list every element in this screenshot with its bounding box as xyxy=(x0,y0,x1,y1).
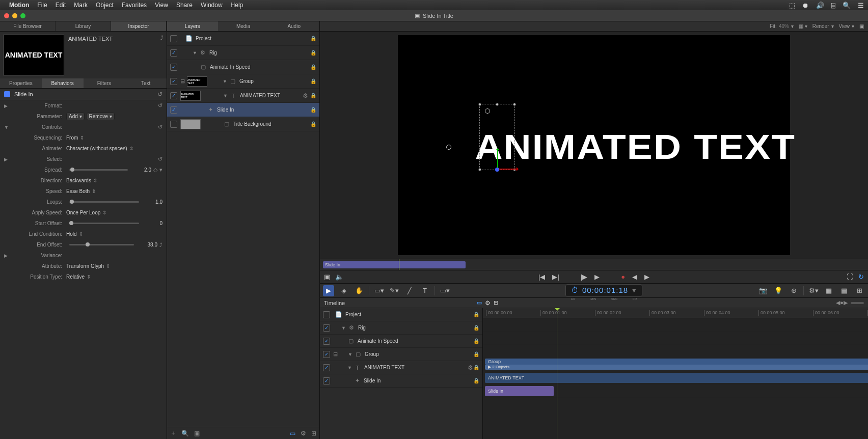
track-enable-checkbox[interactable] xyxy=(323,364,330,371)
loops-slider[interactable] xyxy=(69,201,139,203)
end-offset-slider[interactable] xyxy=(69,244,134,245)
end-offset-value[interactable]: 38.0 xyxy=(137,242,157,248)
disclosure-icon[interactable]: ▼ xyxy=(193,50,197,56)
layer-enable-checkbox[interactable] xyxy=(170,64,177,71)
library-icon[interactable]: ▦ xyxy=(823,285,834,296)
lock-icon[interactable]: 🔒 xyxy=(473,351,479,357)
gear-icon[interactable]: ⚙ xyxy=(301,430,306,437)
close-button[interactable] xyxy=(4,13,9,18)
disclosure-icon[interactable]: ▼ xyxy=(341,325,346,331)
edit-points-tool-icon[interactable]: ◈ xyxy=(338,285,349,296)
lock-icon[interactable]: 🔒 xyxy=(310,50,316,56)
canvas-text[interactable]: ANIMATED TEXT xyxy=(475,127,796,167)
filmstrip-icon[interactable]: ⊞ xyxy=(311,430,316,437)
gear-icon[interactable]: ⚙ xyxy=(468,364,473,371)
tab-library[interactable]: Library xyxy=(56,21,111,31)
disclosure-icon[interactable]: ▼ xyxy=(348,352,352,357)
mini-playhead[interactable] xyxy=(399,259,399,270)
lock-icon[interactable]: 🔒 xyxy=(473,325,479,331)
status-volume-icon[interactable]: 🔊 xyxy=(816,2,824,9)
attribute-value[interactable]: Transform Glyph xyxy=(66,263,104,269)
disclosure-icon[interactable]: ▶ xyxy=(4,253,10,258)
status-dropbox-icon[interactable]: ⬚ xyxy=(789,2,795,9)
layer-name[interactable]: ANIMATED TEXT xyxy=(240,93,303,98)
select-tool-icon[interactable]: ▶ xyxy=(323,285,334,296)
track-enable-checkbox[interactable] xyxy=(323,338,330,345)
track-header-row[interactable]: ▼ T ANIMATED TEXT ⚙ 🔒 xyxy=(320,361,482,374)
remove-parameter-dropdown[interactable]: Remove ▾ xyxy=(87,113,115,120)
menu-favorites[interactable]: Favorites xyxy=(122,2,147,9)
gear-icon[interactable]: ⚙ xyxy=(303,92,308,99)
x-axis-icon[interactable] xyxy=(497,169,518,170)
menu-object[interactable]: Object xyxy=(96,2,114,9)
clip-animated-text[interactable]: ANIMATED TEXT xyxy=(485,373,868,383)
view-menu[interactable]: View ▾ xyxy=(839,23,855,29)
lock-icon[interactable]: 🔒 xyxy=(473,312,479,317)
status-wifi-icon[interactable]: ⌸ xyxy=(831,2,835,9)
record-icon[interactable]: ● xyxy=(621,273,625,281)
view-mode-icon[interactable]: ▭ xyxy=(290,430,295,437)
disclosure-icon[interactable]: ▼ xyxy=(347,365,352,370)
play-icon[interactable]: ▶ xyxy=(594,273,600,281)
animate-value[interactable]: Character (without spaces) xyxy=(66,146,127,151)
prev-frame-icon[interactable]: ▶| xyxy=(552,273,559,281)
search-icon[interactable]: 🔍 xyxy=(181,430,189,437)
clip-group[interactable]: Group xyxy=(485,359,868,365)
mask-tool-icon[interactable]: ▭▾ xyxy=(439,285,450,296)
lock-icon[interactable]: 🔒 xyxy=(310,36,316,41)
lock-icon[interactable]: 🔒 xyxy=(310,64,316,70)
tab-behaviors[interactable]: Behaviors xyxy=(42,78,84,88)
mini-timeline[interactable]: Slide In xyxy=(320,259,868,270)
status-menu-icon[interactable]: ☰ xyxy=(858,2,864,9)
loops-value[interactable]: 1.0 xyxy=(142,199,162,205)
lock-icon[interactable]: 🔒 xyxy=(310,121,316,127)
disclosure-icon[interactable]: ▶ xyxy=(4,103,10,108)
bezier-tool-icon[interactable]: ✎▾ xyxy=(389,285,400,296)
layer-row[interactable]: 📄 Project 🔒 xyxy=(167,32,319,46)
track-header-row[interactable]: ▢ Animate In Speed 🔒 xyxy=(320,335,482,348)
start-offset-value[interactable]: 0 xyxy=(142,221,162,226)
add-generator-icon[interactable]: ⊕ xyxy=(788,285,799,296)
disclosure-icon[interactable]: ▼ xyxy=(223,79,227,84)
reset-icon[interactable]: ↺ xyxy=(158,156,162,162)
track-enable-checkbox[interactable] xyxy=(323,311,330,318)
timecode-display[interactable]: ⏱00:00:01:18▾ HRMINSECFR xyxy=(565,284,642,297)
layer-name[interactable]: Slide In xyxy=(217,107,308,113)
lock-icon[interactable]: 🔒 xyxy=(473,338,479,344)
z-axis-icon[interactable] xyxy=(495,168,499,172)
disclosure-icon[interactable]: ▼ xyxy=(4,125,10,130)
layer-row[interactable]: ▢ Title Background 🔒 xyxy=(167,117,319,131)
track-name[interactable]: Animate In Speed xyxy=(358,338,473,344)
clip-group-sub[interactable]: ▶ 2 Objects xyxy=(485,365,868,370)
layer-enable-checkbox[interactable] xyxy=(170,35,177,42)
position-type-value[interactable]: Relative xyxy=(66,274,85,280)
text-tool-icon[interactable]: T xyxy=(419,285,430,296)
layer-name[interactable]: Rig xyxy=(209,50,308,56)
track-header-row[interactable]: ▼ ⚙ Rig 🔒 xyxy=(320,321,482,335)
lock-icon[interactable]: 🔒 xyxy=(473,365,479,370)
line-tool-icon[interactable]: ╱ xyxy=(404,285,415,296)
track-header-row[interactable]: ⊟ ▼ ▢ Group 🔒 xyxy=(320,348,482,361)
layer-name[interactable]: Title Background xyxy=(233,121,308,127)
track-enable-checkbox[interactable] xyxy=(323,324,330,332)
layer-row[interactable]: ANIMATED TEXT ▼ T ANIMATED TEXT ⚙ 🔒 xyxy=(167,89,319,103)
publish-icon[interactable]: ⤴ xyxy=(160,35,164,41)
layer-enable-checkbox[interactable] xyxy=(170,78,177,85)
end-condition-value[interactable]: Hold xyxy=(66,231,77,237)
track-name[interactable]: Group xyxy=(365,351,473,357)
layer-enable-checkbox[interactable] xyxy=(170,49,177,57)
track-header-row[interactable]: 📄 Project 🔒 xyxy=(320,308,482,321)
reset-icon[interactable]: ↺ xyxy=(158,102,162,109)
light-icon[interactable]: 💡 xyxy=(773,285,784,296)
disclosure-icon[interactable]: ▶ xyxy=(4,157,10,162)
lock-icon[interactable]: 🔒 xyxy=(310,93,316,98)
status-screen-icon[interactable]: ⏺ xyxy=(802,2,809,9)
track-name[interactable]: ANIMATED TEXT xyxy=(364,365,468,370)
rotation-handle[interactable] xyxy=(485,108,490,114)
audio-toggle-icon[interactable]: 🔈 xyxy=(335,273,343,281)
render-menu[interactable]: Render ▾ xyxy=(812,23,834,29)
track-name[interactable]: Rig xyxy=(358,325,473,331)
behavior-enable-checkbox[interactable] xyxy=(4,91,10,97)
canvas-viewport[interactable]: ANIMATED TEXT xyxy=(398,35,790,255)
spread-slider[interactable] xyxy=(69,169,128,171)
